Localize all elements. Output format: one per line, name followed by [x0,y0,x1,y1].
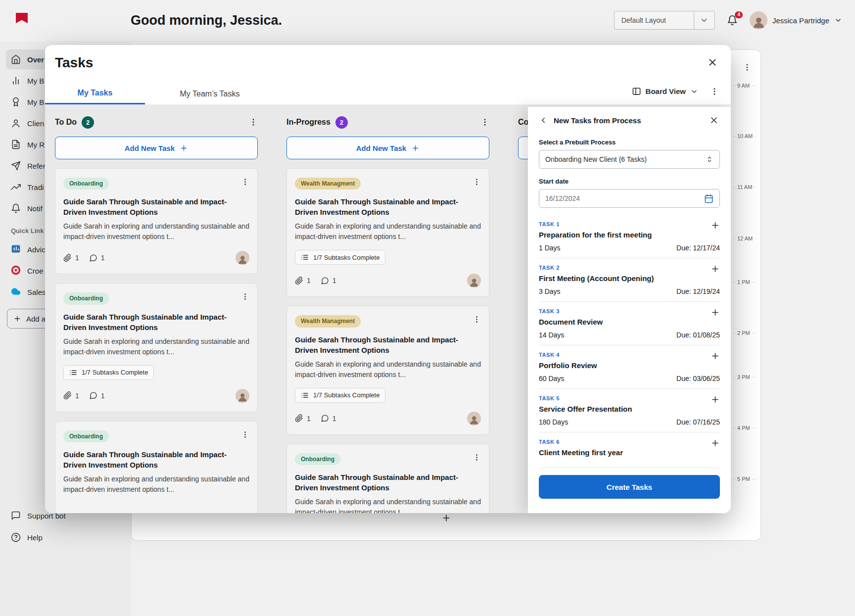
send-icon [11,161,21,171]
task-number: TASK 1 [539,221,720,227]
time-label: 5 PM [736,476,752,482]
time-label: 3 PM [736,374,752,380]
prebuilt-process-select[interactable]: Onboarding New Client (6 Tasks) [539,150,720,169]
back-button[interactable] [539,116,548,125]
card-kebab-menu[interactable] [473,453,481,462]
calendar-icon[interactable] [704,194,713,203]
bell-icon [11,203,21,213]
task-days: 14 Days [539,331,564,339]
home-icon [11,54,21,64]
card-title: Guide Sarah Through Sustainable and Impa… [63,312,249,332]
add-new-task-button[interactable]: Add New Task [286,137,489,159]
task-due: Due: 12/19/24 [676,287,720,295]
start-date-input[interactable] [545,194,704,202]
card-kebab-menu[interactable] [473,178,481,186]
layout-select-value: Default Layout [615,16,694,24]
task-title: Portfolio Review [539,361,720,370]
task-title: Service Offer Presentation [539,405,720,413]
user-menu[interactable]: Jessica Partridge [750,11,842,29]
attachments-count: 1 [63,391,79,400]
new-tasks-from-process-panel: New Tasks from Process Select a Prebuilt… [528,107,731,513]
process-task-row: TASK 5 Service Offer Presentation 180 Da… [539,389,720,432]
board-view-select[interactable]: Board View [632,87,698,96]
card-description: Guide Sarah in exploring and understandi… [63,336,249,357]
column-in-progress: In-Progress 2 Add New Task Wealth Managm… [286,116,489,513]
task-days: 1 Days [539,244,561,252]
help-label: Help [27,533,43,542]
card-title: Guide Sarah Through Sustainable and Impa… [63,449,249,470]
task-card[interactable]: Wealth Managment Guide Sarah Through Sus… [286,306,489,434]
paperclip-icon [295,414,303,423]
task-title: Preparation for the first meeting [539,231,720,239]
column-todo: To Do 2 Add New Task Onboarding Guide Sa… [55,116,258,513]
tag-wealth-management: Wealth Managment [295,315,361,327]
assignee-avatar [467,412,481,426]
subtasks-chip[interactable]: 1/7 Subtasks Complete [63,365,154,380]
notifications-button[interactable]: 4 [727,15,738,26]
calendar-time-rail: 9 AM 10 AM 11 AM 12 AM 1 PM 2 PM 3 PM 4 … [729,50,760,540]
tab-my-tasks[interactable]: My Tasks [45,83,145,104]
card-kebab-menu[interactable] [473,315,481,324]
task-card[interactable]: Wealth Managment Guide Sarah Through Sus… [286,168,489,297]
process-task-row: TASK 1 Preparation for the first meeting… [539,215,720,258]
chevron-down-icon[interactable] [694,11,714,29]
add-task-icon[interactable] [711,351,720,361]
add-task-icon[interactable] [711,438,720,448]
tasks-tabs: My Tasks My Team’s Tasks [45,83,731,105]
column-kebab-menu[interactable] [249,118,258,127]
modal-kebab-menu[interactable] [710,87,719,96]
sidebar-item-label: Notif [27,204,43,213]
plus-icon [180,144,188,152]
tab-my-teams-tasks[interactable]: My Team’s Tasks [145,83,275,104]
task-card[interactable]: Onboarding Guide Sarah Through Sustainab… [286,444,489,513]
layout-select[interactable]: Default Layout [614,11,715,30]
task-number: TASK 2 [539,265,720,271]
subtasks-chip[interactable]: 1/7 Subtasks Complete [295,388,385,403]
notification-badge: 4 [735,11,743,18]
subtasks-chip[interactable]: 1/7 Subtasks Complete [295,250,385,265]
card-kebab-menu[interactable] [241,178,249,186]
user-name: Jessica Partridge [772,16,829,25]
tag-onboarding: Onboarding [295,453,340,465]
monitor-icon [11,244,21,255]
process-select-value: Onboarding New Client (6 Tasks) [545,155,647,163]
task-card[interactable]: Onboarding Guide Sarah Through Sustainab… [55,421,258,513]
card-description: Guide Sarah in exploring and understandi… [295,359,481,380]
sidebar-item-label: Over [27,55,44,64]
process-task-list: TASK 1 Preparation for the first meeting… [539,215,720,468]
tag-onboarding: Onboarding [63,292,109,304]
task-number: TASK 5 [539,395,720,401]
create-tasks-button[interactable]: Create Tasks [539,475,720,499]
kebab-menu-icon[interactable] [743,63,752,72]
add-task-icon[interactable] [711,308,720,317]
add-task-icon[interactable] [711,221,720,230]
modal-close-button[interactable] [707,57,718,68]
add-new-task-button[interactable]: Add New Task [55,137,258,159]
task-card[interactable]: Onboarding Guide Sarah Through Sustainab… [55,283,258,412]
help-button[interactable]: Help [11,532,43,542]
paperclip-icon [295,277,303,285]
card-kebab-menu[interactable] [241,292,249,301]
task-number: TASK 3 [539,308,720,314]
column-kebab-menu[interactable] [480,118,489,127]
board-view-label: Board View [646,87,686,95]
paperclip-icon [63,391,72,400]
bar-chart-icon [11,76,21,86]
start-date-field[interactable] [539,189,720,208]
sidebar-item-label: My B [27,98,44,106]
tag-wealth-management: Wealth Managment [295,178,361,190]
sidebar-item-label: Refer [27,162,46,170]
task-card[interactable]: Onboarding Guide Sarah Through Sustainab… [55,168,258,274]
add-task-icon[interactable] [711,264,720,274]
task-due: Due: 07/16/25 [676,418,720,426]
sidebar-item-label: My R [27,141,45,149]
add-task-label: Add New Task [356,144,406,152]
time-label: 12 AM [736,236,754,241]
card-kebab-menu[interactable] [241,430,249,439]
chat-icon [11,511,21,521]
add-button-label: Add a [26,315,46,323]
card-title: Guide Sarah Through Sustainable and Impa… [295,334,481,355]
help-icon [11,532,21,542]
panel-close-button[interactable] [709,115,719,125]
add-task-icon[interactable] [711,395,720,404]
